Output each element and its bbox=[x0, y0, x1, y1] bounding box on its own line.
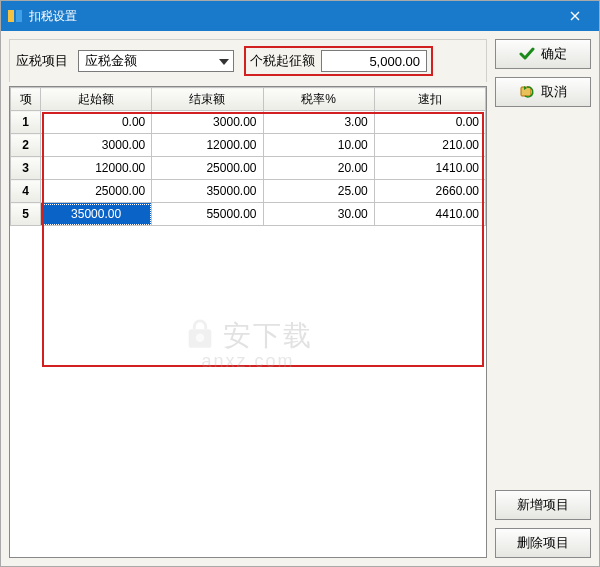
app-icon bbox=[7, 8, 23, 24]
delete-item-button[interactable]: 删除项目 bbox=[495, 528, 591, 558]
table-row[interactable]: 10.003000.003.000.00 bbox=[11, 111, 486, 134]
row-index[interactable]: 4 bbox=[11, 180, 41, 203]
tax-item-label: 应税项目 bbox=[16, 52, 68, 70]
table-row[interactable]: 312000.0025000.0020.001410.00 bbox=[11, 157, 486, 180]
table-header-row: 项 起始额 结束额 税率% 速扣 bbox=[11, 88, 486, 111]
filter-bar: 应税项目 应税金额 个税起征额 bbox=[9, 39, 487, 82]
add-item-button[interactable]: 新增项目 bbox=[495, 490, 591, 520]
cell-end[interactable]: 3000.00 bbox=[152, 111, 263, 134]
cell-end[interactable]: 35000.00 bbox=[152, 180, 263, 203]
cell-rate[interactable]: 20.00 bbox=[263, 157, 374, 180]
check-icon bbox=[519, 46, 535, 62]
cell-rate[interactable]: 25.00 bbox=[263, 180, 374, 203]
tax-item-combo[interactable]: 应税金额 bbox=[78, 50, 234, 72]
row-index[interactable]: 1 bbox=[11, 111, 41, 134]
table-row[interactable]: 23000.0012000.0010.00210.00 bbox=[11, 134, 486, 157]
cell-start[interactable]: 12000.00 bbox=[41, 157, 152, 180]
table-row[interactable]: 535000.0055000.0030.004410.00 bbox=[11, 203, 486, 226]
cell-quick[interactable]: 0.00 bbox=[374, 111, 485, 134]
cell-start[interactable]: 35000.00 bbox=[41, 203, 152, 226]
tax-item-combo-value: 应税金额 bbox=[79, 52, 215, 70]
titlebar: 扣税设置 bbox=[1, 1, 599, 31]
svg-rect-0 bbox=[8, 10, 14, 22]
cell-start[interactable]: 3000.00 bbox=[41, 134, 152, 157]
ok-button-label: 确定 bbox=[541, 45, 567, 63]
cell-start[interactable]: 0.00 bbox=[41, 111, 152, 134]
delete-item-label: 删除项目 bbox=[517, 534, 569, 552]
threshold-highlight: 个税起征额 bbox=[244, 46, 433, 76]
cell-quick[interactable]: 2660.00 bbox=[374, 180, 485, 203]
col-end[interactable]: 结束额 bbox=[152, 88, 263, 111]
watermark-sub: anxz.com bbox=[201, 351, 294, 372]
window-title: 扣税设置 bbox=[29, 8, 555, 25]
row-index[interactable]: 2 bbox=[11, 134, 41, 157]
watermark: 安下载 anxz.com bbox=[10, 317, 486, 372]
cancel-button[interactable]: 取消 bbox=[495, 77, 591, 107]
row-index[interactable]: 5 bbox=[11, 203, 41, 226]
col-start[interactable]: 起始额 bbox=[41, 88, 152, 111]
window-close-button[interactable] bbox=[555, 1, 595, 31]
col-quick[interactable]: 速扣 bbox=[374, 88, 485, 111]
watermark-text: 安下载 bbox=[223, 317, 313, 355]
cell-rate[interactable]: 30.00 bbox=[263, 203, 374, 226]
cell-end[interactable]: 25000.00 bbox=[152, 157, 263, 180]
svg-rect-2 bbox=[189, 329, 212, 347]
button-panel: 确定 取消 新增项目 删除项目 bbox=[495, 39, 591, 558]
undo-icon bbox=[519, 84, 535, 100]
close-icon bbox=[570, 8, 580, 24]
table-row[interactable]: 425000.0035000.0025.002660.00 bbox=[11, 180, 486, 203]
cell-end[interactable]: 12000.00 bbox=[152, 134, 263, 157]
cell-rate[interactable]: 3.00 bbox=[263, 111, 374, 134]
svg-rect-1 bbox=[16, 10, 22, 22]
chevron-down-icon bbox=[215, 54, 233, 68]
cancel-button-label: 取消 bbox=[541, 83, 567, 101]
threshold-input[interactable] bbox=[321, 50, 427, 72]
cell-start[interactable]: 25000.00 bbox=[41, 180, 152, 203]
col-idx[interactable]: 项 bbox=[11, 88, 41, 111]
window-body: 应税项目 应税金额 个税起征额 bbox=[1, 31, 599, 566]
add-item-label: 新增项目 bbox=[517, 496, 569, 514]
tax-table[interactable]: 项 起始额 结束额 税率% 速扣 10.003000.003.000.00230… bbox=[10, 87, 486, 226]
cell-quick[interactable]: 4410.00 bbox=[374, 203, 485, 226]
cell-end[interactable]: 55000.00 bbox=[152, 203, 263, 226]
window: 扣税设置 应税项目 应税金额 个税起征额 bbox=[0, 0, 600, 567]
cell-quick[interactable]: 1410.00 bbox=[374, 157, 485, 180]
cell-quick[interactable]: 210.00 bbox=[374, 134, 485, 157]
svg-point-3 bbox=[196, 333, 205, 342]
ok-button[interactable]: 确定 bbox=[495, 39, 591, 69]
threshold-label: 个税起征额 bbox=[250, 52, 315, 70]
bag-icon bbox=[183, 318, 217, 355]
tax-table-container: 项 起始额 结束额 税率% 速扣 10.003000.003.000.00230… bbox=[9, 86, 487, 558]
col-rate[interactable]: 税率% bbox=[263, 88, 374, 111]
cell-rate[interactable]: 10.00 bbox=[263, 134, 374, 157]
row-index[interactable]: 3 bbox=[11, 157, 41, 180]
